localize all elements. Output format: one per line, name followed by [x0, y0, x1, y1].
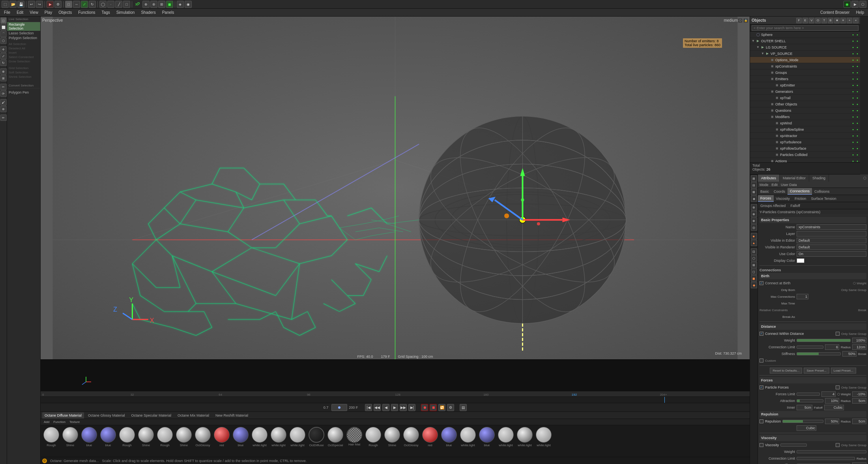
tree-eye-btn-11[interactable]: ● — [851, 102, 855, 106]
material-item-20[interactable]: red — [421, 427, 439, 447]
render-view-btn[interactable]: ▶ — [851, 1, 859, 8]
tree-item-8[interactable]: ◼xpEmitter●● — [750, 82, 860, 88]
tree-eye-btn-0[interactable]: ● — [851, 33, 855, 37]
tree-eye-btn-3[interactable]: ● — [851, 52, 855, 56]
rs-btn-4[interactable]: ◈ — [751, 195, 757, 202]
record-btn[interactable]: ⏺ — [421, 404, 428, 411]
next-frame-btn[interactable]: ▶▶ — [400, 404, 407, 411]
tree-eye-btn-13[interactable]: ● — [851, 115, 855, 119]
rs-btn-5[interactable]: ⊛ — [751, 204, 757, 210]
material-item-5[interactable]: Shine — [137, 427, 155, 447]
menu-help[interactable]: Help — [853, 10, 866, 15]
xp-btn1[interactable]: ⊕ — [142, 1, 150, 8]
rs-btn-7[interactable]: ⊗ — [751, 218, 757, 224]
timeline-track[interactable] — [41, 396, 750, 403]
viscosity-header[interactable]: Viscosity — [760, 435, 866, 441]
play-btn[interactable]: ▶ — [391, 404, 398, 411]
item1[interactable]: All Selection — [7, 42, 40, 46]
load-preset-btn[interactable]: Load Preset... — [831, 368, 856, 374]
attr-userdata[interactable]: User Data — [781, 183, 797, 187]
conn-limit-slider[interactable] — [797, 346, 823, 349]
tree-eye-btn-2[interactable]: ● — [851, 45, 855, 49]
rs-btn-13[interactable]: ⊞ — [751, 262, 757, 268]
tree-lock-btn-5[interactable]: ● — [855, 64, 859, 68]
tree-eye-btn-16[interactable]: ● — [851, 134, 855, 138]
attr-tab-collisions[interactable]: Collisions — [812, 188, 832, 195]
scale-btn[interactable]: ⤢ — [81, 1, 88, 8]
attr-layer-input[interactable] — [797, 231, 866, 237]
tree-item-9[interactable]: ◼Generators●● — [750, 88, 860, 95]
tree-eye-btn-17[interactable]: ● — [851, 140, 855, 144]
stiffness-slider[interactable] — [797, 352, 841, 355]
tree-lock-btn-2[interactable]: ● — [855, 45, 859, 49]
attr-tab-shading[interactable]: Shading — [809, 175, 829, 182]
attr-tab-connections[interactable]: Connections — [788, 188, 812, 195]
tree-eye-btn-9[interactable]: ● — [851, 90, 855, 94]
points-btn[interactable]: · — [107, 1, 114, 8]
attr-edit[interactable]: Edit — [772, 183, 778, 187]
objects-search-input[interactable] — [752, 25, 859, 31]
repulsion-cb[interactable] — [760, 419, 763, 423]
rotate-tool-btn[interactable]: ↻ — [0, 60, 7, 66]
rs-btn-15[interactable]: ◼ — [751, 275, 757, 282]
bridge-btn[interactable]: ⊞ — [0, 75, 7, 81]
only-same-group-cb[interactable] — [836, 332, 840, 336]
repulsion-input[interactable] — [825, 419, 839, 424]
attr-vis-renderer-input[interactable] — [797, 244, 866, 250]
lasso-selection-btn[interactable]: ⌒ — [0, 31, 7, 37]
vp-expand[interactable]: ⬡ — [738, 18, 743, 23]
mat-add[interactable]: Add — [42, 420, 51, 424]
rotate-btn[interactable]: ↻ — [89, 1, 96, 8]
tree-eye-btn-5[interactable]: ● — [851, 64, 855, 68]
loop-btn[interactable]: ⟳ — [0, 90, 7, 97]
material-item-15[interactable]: OctSpecial — [326, 427, 344, 447]
inner-input[interactable] — [797, 405, 812, 410]
tree-lock-btn-16[interactable]: ● — [855, 134, 859, 138]
scale-tool-btn[interactable]: ⤢ — [0, 53, 7, 59]
mat-type-btn-4[interactable]: Octane Mix Material — [175, 412, 211, 419]
obj-tool-1[interactable]: F — [796, 18, 802, 23]
tree-eye-btn-1[interactable]: ● — [851, 39, 855, 43]
distance-header[interactable]: Distance — [760, 323, 866, 330]
attraction-input[interactable] — [825, 398, 839, 404]
tree-item-16[interactable]: ◼xpAttractor●● — [750, 133, 860, 139]
tree-item-18[interactable]: ◼xpFollowSurface●● — [750, 145, 860, 152]
material-item-4[interactable]: Rough — [118, 427, 136, 447]
rs-btn-2[interactable]: ⊟ — [751, 182, 757, 188]
material-item-6[interactable]: Rough — [156, 427, 174, 447]
connect-at-birth-cb[interactable]: ✓ — [760, 281, 763, 285]
object-btn[interactable]: ◯ — [99, 1, 107, 8]
polygon-selection-btn[interactable]: ⬡ — [0, 38, 7, 44]
menu-panels[interactable]: Panels — [160, 10, 177, 15]
rep-falloff-input[interactable] — [797, 425, 816, 431]
poly-sel-item[interactable]: Polygon Selection — [7, 36, 40, 40]
tree-item-11[interactable]: ◼Other Objects●● — [750, 101, 860, 107]
tree-item-2[interactable]: ▼▶LG SOURCE●● — [750, 44, 860, 51]
tree-lock-btn-14[interactable]: ● — [855, 121, 859, 125]
att-radius-input[interactable] — [852, 398, 866, 404]
rs-btn-16[interactable]: ◆ — [751, 282, 757, 288]
tool-btn1[interactable]: ◈ — [177, 1, 184, 8]
move-tool-btn[interactable]: ✛ — [0, 46, 7, 53]
rs-btn-10[interactable]: ▲ — [751, 240, 757, 246]
material-item-21[interactable]: blue — [440, 427, 458, 447]
attr-name-input[interactable] — [797, 224, 866, 230]
custom-cb[interactable] — [760, 359, 763, 363]
material-item-9[interactable]: red — [213, 427, 231, 447]
redo-btn[interactable]: ↪ — [36, 1, 43, 8]
tree-eye-btn-4[interactable]: ● — [851, 58, 855, 62]
material-item-22[interactable]: white.light — [459, 427, 477, 447]
tree-item-19[interactable]: ◼Particles Collided●● — [750, 152, 860, 158]
polygon-pen[interactable]: Polygon Pen — [7, 90, 40, 95]
vp-lock[interactable]: 🔒 — [743, 18, 748, 23]
rect-sel-item[interactable]: Rectangle Selection — [7, 22, 40, 31]
render-settings-btn[interactable]: ⚙ — [54, 1, 62, 8]
attr-tab-material[interactable]: Material Editor — [780, 175, 809, 182]
playhead[interactable] — [664, 397, 665, 403]
conn-limit-input[interactable] — [825, 344, 839, 350]
particle-forces-cb[interactable]: ✓ — [760, 385, 763, 389]
obj-add[interactable]: + — [847, 18, 852, 23]
xp-btn3[interactable]: ⊞ — [158, 1, 165, 8]
rep-radius-input[interactable] — [852, 419, 866, 424]
material-item-18[interactable]: Shine — [383, 427, 401, 447]
